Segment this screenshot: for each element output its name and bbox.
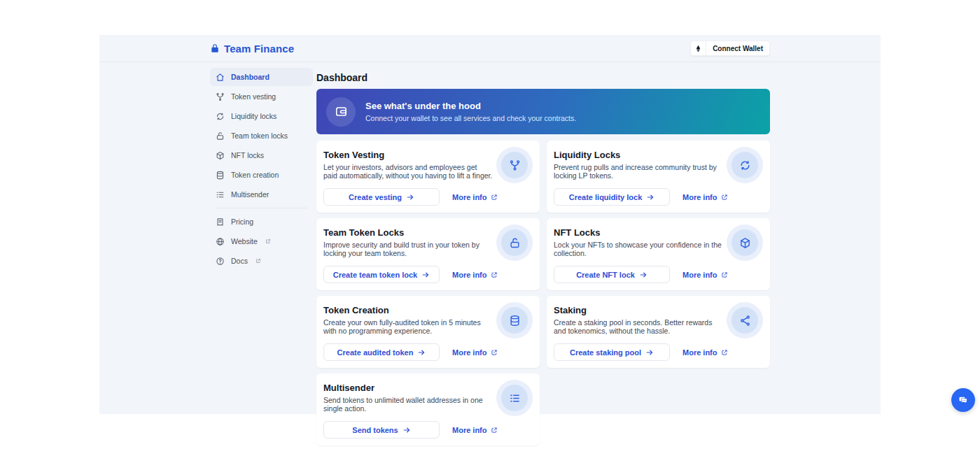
arrow-right-icon — [417, 348, 426, 357]
brand-name: Team Finance — [224, 43, 294, 55]
external-link-icon — [721, 194, 728, 201]
home-icon — [216, 73, 225, 82]
more-info-link-multisender[interactable]: More info — [452, 426, 498, 434]
connect-wallet-banner: See what's under the hood Connect your w… — [316, 89, 770, 134]
sidebar-item-token-creation[interactable]: Token creation — [210, 166, 313, 184]
create-audited-token-button[interactable]: Create audited token — [323, 343, 440, 361]
sidebar-item-label: Pricing — [231, 218, 253, 226]
external-link-icon — [491, 271, 498, 278]
lock-icon — [210, 43, 220, 53]
external-link-icon — [491, 194, 498, 201]
sidebar-item-dashboard[interactable]: Dashboard — [210, 68, 313, 86]
sidebar-item-label: Token creation — [231, 171, 279, 179]
card-description: Send tokens to unlimited wallet addresse… — [323, 396, 493, 413]
service-cards-grid: Token Vesting Let your investors, adviso… — [316, 141, 770, 446]
card-title: Liquidity Locks — [554, 150, 723, 160]
chat-bubbles-icon — [957, 394, 969, 406]
card-token-vesting: Token Vesting Let your investors, adviso… — [316, 141, 540, 213]
arrow-right-icon — [646, 193, 654, 201]
sidebar-item-website[interactable]: Website — [210, 232, 313, 250]
more-info-link-liquidity-locks[interactable]: More info — [682, 193, 728, 201]
card-title: Token Vesting — [323, 150, 493, 160]
brand-logo[interactable]: Team Finance — [210, 43, 294, 55]
sidebar-item-docs[interactable]: Docs — [210, 252, 313, 270]
globe-icon — [216, 237, 225, 246]
card-staking: Staking Create a staking pool in seconds… — [547, 296, 770, 368]
sidebar-item-label: Docs — [231, 257, 248, 265]
arrow-right-icon — [639, 271, 648, 279]
vesting-icon — [216, 92, 225, 101]
create-team-token-lock-button[interactable]: Create team token lock — [323, 266, 440, 283]
sidebar-item-team-token-locks[interactable]: Team token locks — [210, 127, 313, 145]
lock-open-icon — [216, 131, 225, 141]
external-link-icon — [255, 258, 261, 264]
card-title: Multisender — [323, 383, 493, 393]
sidebar-item-token-vesting[interactable]: Token vesting — [210, 87, 313, 106]
send-tokens-button[interactable]: Send tokens — [323, 421, 440, 439]
arrow-right-icon — [406, 193, 414, 201]
create-liquidity-lock-button[interactable]: Create liquidity lock — [554, 188, 670, 206]
card-title: Team Token Locks — [323, 227, 493, 238]
multisender-icon — [496, 380, 533, 416]
page-title: Dashboard — [316, 73, 770, 83]
top-header: Team Finance Connect Wallet — [99, 35, 881, 62]
staking-icon — [727, 302, 763, 338]
sidebar-item-liquidity-locks[interactable]: Liquidity locks — [210, 107, 313, 125]
more-info-link-nft-locks[interactable]: More info — [682, 271, 728, 279]
list-icon — [216, 190, 225, 199]
external-link-icon — [491, 349, 498, 356]
sidebar-item-multisender[interactable]: Multisender — [210, 185, 313, 204]
wallet-icon — [326, 97, 356, 127]
banner-title: See what's under the hood — [365, 101, 576, 111]
card-title: NFT Locks — [554, 227, 723, 238]
sidebar-item-pricing[interactable]: Pricing — [210, 213, 313, 231]
sidebar-item-label: Team token locks — [231, 131, 288, 140]
nft-locks-icon — [727, 224, 763, 261]
create-staking-pool-button[interactable]: Create staking pool — [554, 343, 670, 361]
ethereum-icon — [691, 41, 706, 55]
card-description: Let your investors, advisors and employe… — [323, 163, 493, 180]
card-description: Improve security and build trust in your… — [323, 241, 493, 257]
sidebar-item-label: Dashboard — [231, 73, 270, 81]
database-icon — [216, 171, 225, 180]
card-multisender: Multisender Send tokens to unlimited wal… — [316, 373, 540, 446]
more-info-link-token-creation[interactable]: More info — [452, 348, 498, 357]
sidebar-item-label: Multisender — [231, 190, 269, 199]
create-nft-lock-button[interactable]: Create NFT lock — [554, 266, 670, 283]
help-icon — [216, 257, 225, 266]
connect-wallet-label: Connect Wallet — [706, 45, 769, 52]
external-link-icon — [265, 238, 271, 244]
arrow-right-icon — [402, 426, 411, 434]
sidebar: Dashboard Token vesting Liquidity locks … — [210, 68, 313, 446]
more-info-link-team-token-locks[interactable]: More info — [452, 271, 498, 279]
card-description: Create a staking pool in seconds. Better… — [554, 318, 723, 335]
external-link-icon — [721, 271, 728, 278]
card-title: Token Creation — [323, 305, 493, 315]
card-description: Create your own fully-audited token in 5… — [323, 318, 493, 335]
banner-subtitle: Connect your wallet to see all services … — [365, 114, 576, 122]
connect-wallet-button[interactable]: Connect Wallet — [690, 41, 770, 56]
liquidity-locks-icon — [727, 147, 763, 183]
more-info-link-staking[interactable]: More info — [682, 348, 728, 357]
token-creation-icon — [496, 302, 533, 338]
sidebar-item-nft-locks[interactable]: NFT locks — [210, 146, 313, 164]
card-nft-locks: NFT Locks Lock your NFTs to showcase you… — [547, 218, 770, 290]
liquidity-icon — [216, 112, 225, 121]
sidebar-item-label: Token vesting — [231, 92, 276, 101]
card-team-token-locks: Team Token Locks Improve security and bu… — [316, 218, 540, 290]
external-link-icon — [721, 349, 728, 356]
arrow-right-icon — [421, 271, 430, 279]
card-liquidity-locks: Liquidity Locks Prevent rug pulls and in… — [547, 141, 770, 213]
sidebar-item-label: Website — [231, 237, 258, 245]
more-info-link-token-vesting[interactable]: More info — [452, 193, 498, 201]
team-token-locks-icon — [496, 224, 533, 261]
card-description: Prevent rug pulls and increase community… — [554, 163, 723, 180]
chat-widget-button[interactable] — [951, 388, 975, 412]
sidebar-divider — [216, 208, 307, 208]
create-vesting-button[interactable]: Create vesting — [323, 188, 440, 206]
receipt-icon — [216, 218, 225, 227]
cube-icon — [216, 151, 225, 160]
card-token-creation: Token Creation Create your own fully-aud… — [316, 296, 540, 368]
app-container: Team Finance Connect Wallet Dashboard To… — [99, 35, 881, 414]
token-vesting-icon — [496, 147, 533, 183]
